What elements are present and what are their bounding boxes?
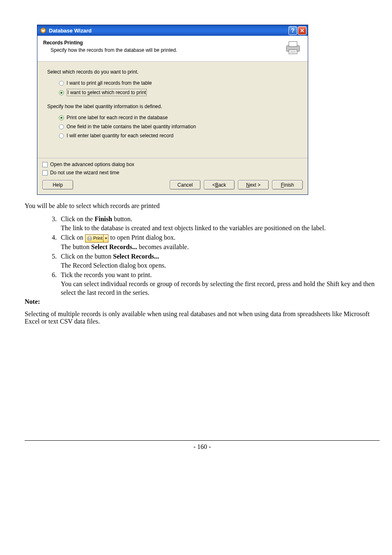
wizard-header: Records Printing Specify how the records…	[37, 36, 308, 62]
section-label: Select which records do you want to prin…	[47, 69, 298, 75]
radio-checked-icon	[59, 90, 64, 95]
step-5: Click on the button Select Records... Th…	[58, 252, 380, 270]
wizard-footer: Open the advanced options dialog box Do …	[37, 158, 308, 194]
radio-select-which[interactable]: I want to select which record to print	[59, 89, 298, 96]
radio-print-all[interactable]: I want to print all records from the tab…	[59, 80, 298, 86]
radio-label: One field in the table contains the labe…	[67, 123, 196, 130]
radio-checked-icon	[59, 115, 64, 120]
checkbox-unchecked-icon	[42, 162, 48, 167]
svg-rect-16	[88, 239, 91, 240]
radio-field-contains-qty[interactable]: One field in the table contains the labe…	[59, 123, 298, 130]
wizard-header-subtitle: Specify how the records from the databas…	[51, 47, 284, 53]
radio-enter-qty[interactable]: I will enter label quantity for each sel…	[59, 132, 298, 139]
help-button[interactable]: Help	[42, 180, 73, 190]
step-4: Click on Print to open Print dialog box.…	[58, 233, 380, 251]
checkbox-label: Open the advanced options dialog box	[50, 162, 134, 168]
radio-label: I will enter label quantity for each sel…	[67, 132, 173, 139]
checkbox-advanced-options[interactable]: Open the advanced options dialog box	[42, 162, 303, 168]
database-wizard-dialog: Database Wizard ? ✕ Records Printing Spe…	[37, 25, 308, 195]
print-button-label: Print	[93, 235, 104, 241]
finish-button[interactable]: Finish	[272, 180, 303, 190]
svg-rect-4	[289, 50, 297, 54]
svg-point-9	[60, 91, 62, 93]
svg-point-13	[59, 134, 64, 138]
cancel-button[interactable]: Cancel	[170, 180, 201, 190]
printer-icon	[87, 236, 92, 241]
radio-unchecked-icon	[59, 124, 64, 130]
chevron-down-icon[interactable]	[103, 235, 108, 242]
svg-rect-15	[88, 236, 91, 238]
close-icon[interactable]: ✕	[298, 26, 307, 35]
radio-label: Print one label for each record in the d…	[67, 114, 168, 121]
titlebar-title: Database Wizard	[49, 28, 92, 34]
step-3: Click on the Finish button. The link to …	[58, 215, 380, 232]
radio-unchecked-icon	[59, 133, 64, 139]
note-body: Selecting of multiple records is only av…	[25, 310, 380, 325]
page-number: - 160 -	[25, 443, 380, 451]
next-button[interactable]: Next >	[238, 180, 269, 190]
section-label: Specify how the label quantity informati…	[47, 104, 298, 109]
back-button[interactable]: < Back	[204, 180, 235, 190]
wizard-icon	[40, 27, 46, 34]
titlebar[interactable]: Database Wizard ? ✕	[37, 25, 308, 36]
svg-point-11	[60, 116, 62, 118]
step-6: Tick the records you want to print. You …	[58, 271, 380, 297]
radio-label: I want to select which record to print	[67, 89, 147, 96]
page-rule	[25, 440, 380, 441]
printer-icon	[284, 40, 302, 56]
checkbox-unchecked-icon	[42, 170, 48, 176]
svg-point-7	[59, 81, 64, 86]
radio-unchecked-icon	[59, 81, 64, 86]
checkbox-no-wizard[interactable]: Do not use the wizard next time	[42, 170, 303, 176]
wizard-body: Select which records do you want to prin…	[37, 62, 308, 158]
note-heading: Note:	[25, 298, 380, 305]
svg-rect-3	[289, 42, 297, 46]
help-icon[interactable]: ?	[288, 26, 297, 35]
radio-label: I want to print all records from the tab…	[67, 80, 152, 86]
figure-caption: You will be able to select which records…	[25, 202, 380, 210]
print-toolbar-button[interactable]: Print	[85, 234, 109, 243]
svg-point-12	[59, 125, 64, 129]
wizard-header-title: Records Printing	[43, 40, 284, 46]
checkbox-label: Do not use the wizard next time	[50, 170, 119, 176]
radio-one-label-per-record[interactable]: Print one label for each record in the d…	[59, 114, 298, 121]
